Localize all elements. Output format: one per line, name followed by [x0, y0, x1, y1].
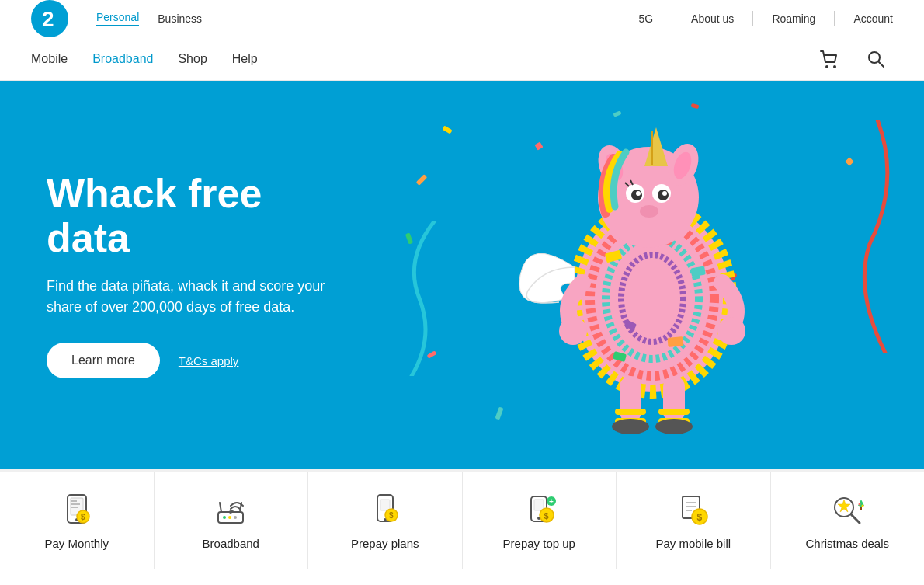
nav-account[interactable]: Account	[853, 12, 893, 25]
cart-button[interactable]	[812, 42, 846, 76]
svg-point-3	[833, 65, 836, 68]
svg-text:$: $	[544, 511, 549, 521]
svg-point-42	[717, 317, 745, 345]
quick-link-christmas[interactable]: Christmas deals	[771, 472, 925, 569]
svg-point-53	[228, 516, 231, 519]
pay-bill-label: Pay mobile bill	[655, 537, 731, 550]
prepay-topup-label: Prepay top up	[503, 537, 575, 550]
svg-rect-33	[620, 376, 641, 423]
christmas-icon	[828, 490, 866, 528]
svg-point-83	[862, 505, 864, 507]
svg-point-41	[559, 317, 587, 345]
pinata-unicorn	[505, 112, 800, 438]
svg-line-56	[220, 503, 221, 512]
svg-text:2: 2	[42, 7, 54, 31]
svg-rect-59	[380, 500, 390, 510]
quick-link-pay-monthly[interactable]: $ Pay Monthly	[0, 472, 155, 569]
confetti-10	[495, 406, 503, 420]
brand-logo[interactable]: 2	[31, 0, 68, 37]
main-nav-icons	[812, 42, 893, 76]
pay-bill-icon: $	[675, 490, 712, 528]
quick-links-section: $ Pay Monthly Broadband	[0, 469, 924, 569]
confetti-5	[691, 103, 700, 109]
nav-help[interactable]: Help	[232, 52, 258, 66]
main-nav-links: Mobile Broadband Shop Help	[31, 52, 258, 66]
nav-roaming[interactable]: Roaming	[772, 12, 815, 25]
svg-point-28	[636, 191, 641, 196]
svg-rect-81	[860, 507, 862, 510]
quick-link-broadband[interactable]: Broadband	[155, 472, 309, 569]
svg-point-32	[640, 205, 658, 218]
svg-point-40	[655, 419, 693, 434]
svg-rect-64	[534, 500, 544, 510]
confetti-1	[442, 125, 452, 134]
top-nav-right: 5G About us Roaming Account	[638, 11, 893, 26]
divider	[672, 11, 672, 26]
svg-marker-78	[838, 500, 850, 512]
search-button[interactable]	[859, 42, 893, 76]
nav-mobile[interactable]: Mobile	[31, 52, 68, 66]
nav-broadband[interactable]: Broadband	[92, 52, 153, 66]
divider	[752, 11, 753, 26]
svg-line-5	[878, 61, 884, 67]
main-navigation: Mobile Broadband Shop Help	[0, 37, 924, 81]
svg-rect-37	[658, 409, 690, 415]
cart-icon	[818, 48, 840, 70]
search-icon	[865, 48, 887, 70]
nav-personal[interactable]: Personal	[96, 11, 139, 26]
svg-point-52	[223, 516, 226, 519]
nav-about[interactable]: About us	[691, 12, 734, 25]
divider	[834, 11, 835, 26]
quick-link-prepay-topup[interactable]: $ + Prepay top up	[463, 472, 617, 569]
hero-subtitle: Find the data piñata, whack it and score…	[47, 276, 342, 318]
top-navigation: 2 Personal Business 5G About us Roaming …	[0, 0, 924, 37]
pay-monthly-label: Pay Monthly	[44, 537, 109, 550]
svg-marker-22	[644, 127, 668, 166]
ribbon-left	[388, 221, 481, 376]
svg-point-29	[662, 191, 667, 196]
quick-link-pay-bill[interactable]: $ Pay mobile bill	[617, 472, 771, 569]
svg-text:+: +	[549, 497, 554, 506]
logo-wrapper: 2	[31, 0, 78, 37]
nav-business[interactable]: Business	[158, 12, 202, 25]
svg-point-2	[825, 65, 828, 68]
hero-illustration	[380, 81, 924, 469]
prepay-plans-label: Prepay plans	[351, 537, 419, 550]
svg-rect-15	[668, 336, 684, 347]
svg-point-39	[612, 419, 649, 434]
quick-link-prepay-plans[interactable]: $ Prepay plans	[308, 472, 463, 569]
nav-5g[interactable]: 5G	[638, 12, 653, 25]
tcs-button[interactable]: T&Cs apply	[179, 354, 239, 367]
confetti-4	[416, 174, 428, 186]
top-nav-left: 2 Personal Business	[31, 0, 202, 37]
learn-more-button[interactable]: Learn more	[47, 343, 160, 378]
hero-content: Whack free data Find the data piñata, wh…	[0, 125, 388, 425]
christmas-label: Christmas deals	[805, 537, 889, 550]
hero-title: Whack free data	[47, 172, 342, 260]
hero-actions: Learn more T&Cs apply	[47, 343, 342, 378]
svg-text:$: $	[81, 513, 85, 521]
prepay-topup-icon: $ +	[520, 490, 558, 528]
phone-bill-icon: $	[58, 490, 96, 528]
prepay-plans-icon: $	[366, 490, 404, 528]
svg-text:$: $	[696, 512, 702, 523]
svg-rect-35	[615, 409, 646, 415]
svg-line-77	[851, 514, 860, 523]
svg-point-82	[859, 503, 861, 506]
broadband-icon	[212, 490, 249, 528]
hero-section: Whack free data Find the data piñata, wh…	[0, 81, 924, 469]
ribbon-right	[846, 120, 908, 353]
nav-shop[interactable]: Shop	[178, 52, 207, 66]
svg-rect-34	[663, 376, 685, 423]
broadband-label: Broadband	[203, 537, 259, 550]
svg-point-54	[234, 516, 237, 519]
svg-text:$: $	[389, 511, 394, 520]
svg-point-55	[229, 510, 232, 514]
